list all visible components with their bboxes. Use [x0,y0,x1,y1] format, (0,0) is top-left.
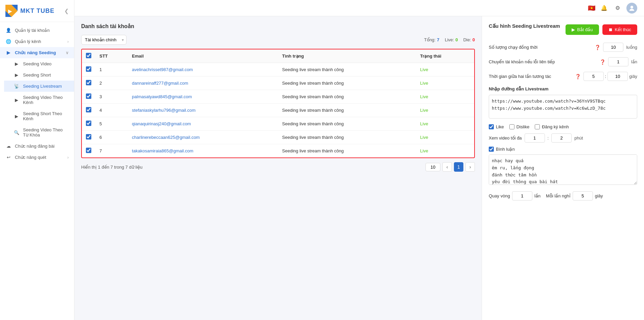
sidebar-sub-seeding: ▶ Seeding Video ▶ Seeding Short 📡 Seedin… [0,58,74,141]
sidebar-item-seeding-short[interactable]: ▶ Seeding Short [4,69,74,81]
xem-video-input2[interactable] [551,133,572,143]
table-row: 5 qianaquirinasj240@gmail.com Seeding li… [82,117,474,131]
chuyen-tai-khoan-input[interactable] [608,57,628,66]
row-checkbox[interactable] [86,80,91,85]
account-type-select[interactable]: Tài khoản chính Tài khoản phụ [81,35,127,45]
url-textarea[interactable]: https://www.youtube.com/watch?v=36YnV9ST… [489,95,637,119]
sidebar-item-quan-ly-kenh[interactable]: 🌐 Quản lý kênh › [0,36,74,47]
pagination-bar: Hiển thị 1 đến 7 trong 7 dữ liệu ‹ 1 › [81,158,475,172]
sidebar-item-seeding-video-theo-tu-khoa[interactable]: 🔍 Seeding Video Theo Từ Khóa [4,124,74,141]
comment-textarea[interactable]: nhạc hay quá êm ru, lắng đọng đánh thức … [489,154,637,185]
globe-icon: 🌐 [5,39,12,44]
sidebar-item-quan-ly-tai-khoan[interactable]: 👤 Quản lý tài khoản [0,25,74,36]
sidebar-item-chuc-nang-seeding[interactable]: ▶ Chức năng Seeding ∨ [0,47,74,58]
page-1-button[interactable]: 1 [454,162,463,172]
binh-luan-checkbox-item[interactable]: Bình luận [489,147,637,152]
cell-tinh-trang: Seeding live stream thành công [278,117,416,131]
stop-button[interactable]: ⏹ Kết thúc [602,24,637,35]
prev-page-button[interactable]: ‹ [442,162,452,172]
scan-icon: ↩ [5,155,12,160]
row-checkbox[interactable] [86,93,91,99]
play-icon: ▶ [5,50,12,55]
quay-vong-input[interactable] [512,191,532,200]
col-stt: STT [95,49,128,63]
row-checkbox[interactable] [86,148,91,153]
table-header-row: STT Email Tình trạng Trạng thái [82,49,474,63]
cell-stt: 4 [95,104,128,117]
sidebar-item-label: Seeding Video Theo Kênh [23,95,69,105]
channel-short-icon: ▶ [14,114,20,119]
quay-vong-label: Quay vòng [489,193,510,198]
sidebar-item-seeding-video[interactable]: ▶ Seeding Video [4,58,74,69]
sidebar-item-seeding-short-theo-kenh[interactable]: ▶ Seeding Short Theo Kênh [4,108,74,124]
sidebar-item-seeding-video-theo-kenh[interactable]: ▶ Seeding Video Theo Kênh [4,92,74,108]
thoi-gian-help-icon[interactable]: ❓ [575,74,581,79]
sidebar-logo: ▶ MKT TUBE ❮ [0,0,74,22]
dang-ky-kenh-checkbox-item[interactable]: Đăng ký kênh [535,124,569,129]
moi-lan-nghi-input[interactable] [573,191,593,200]
account-type-select-wrapper: Tài khoản chính Tài khoản phụ [81,35,127,45]
chuyen-tai-khoan-help-icon[interactable]: ❓ [600,59,605,65]
table-row: 4 stefaniaskylarhu796@gmail.com Seeding … [82,104,474,117]
account-table-container: STT Email Tình trạng Trạng thái 1 avelin… [81,49,475,158]
cell-trang-thai: Live [416,104,474,117]
action-buttons: ▶ Bắt đầu ⏹ Kết thúc [566,24,637,35]
sidebar-item-label: Seeding Livestream [23,84,62,89]
chevron-right-icon: › [67,155,69,160]
col-email: Email [128,49,278,63]
binh-luan-checkbox[interactable] [489,147,494,152]
gear-icon[interactable]: ⚙ [613,3,622,13]
page-info: Hiển thị 1 đến 7 trong 7 dữ liệu [81,165,142,170]
sidebar-item-seeding-livestream[interactable]: 📡 Seeding Livestream [4,81,74,92]
next-page-button[interactable]: › [465,162,475,172]
sidebar-item-chuc-nang-quet[interactable]: ↩ Chức năng quét › [0,152,74,163]
colon-separator: : [605,74,606,79]
cell-email: avelinachrisset987@gmail.com [128,63,278,77]
thoi-gian-input2[interactable] [607,72,628,81]
sidebar-collapse-button[interactable]: ❮ [64,8,69,14]
stop-icon: ⏹ [608,27,613,32]
so-luong-help-icon[interactable]: ❓ [595,45,600,50]
stat-live: Live: 0 [445,37,458,42]
dislike-checkbox-item[interactable]: Dislike [509,124,529,129]
start-button[interactable]: ▶ Bắt đầu [566,24,599,35]
table-row: 2 dannareinaff277@gmail.com Seeding live… [82,77,474,90]
logo-text: MKT TUBE [20,7,54,15]
xem-video-input1[interactable] [525,133,545,143]
user-icon: 👤 [5,28,12,33]
dang-ky-kenh-checkbox[interactable] [535,124,540,129]
cell-email: qianaquirinasj240@gmail.com [128,117,278,131]
so-luong-label: Số lượng chạy đồng thời [489,45,592,50]
dislike-checkbox[interactable] [509,124,514,129]
row-checkbox[interactable] [86,66,91,72]
binh-luan-row: Bình luận [489,147,637,152]
sidebar-item-chuc-nang-dang-bai[interactable]: ☁ Chức năng đăng bài [0,141,74,152]
die-label: Die: [463,37,471,42]
cell-tinh-trang: Seeding live stream thành công [278,144,416,158]
chuyen-tai-khoan-unit: lần [631,59,637,64]
row-checkbox[interactable] [86,121,91,126]
so-luong-input[interactable] [603,43,623,52]
flag-icon[interactable]: 🇻🇳 [588,4,595,12]
chuyen-tai-khoan-label: Chuyển tài khoản nếu lỗi liên tiếp [489,59,597,64]
sidebar-nav: 👤 Quản lý tài khoản 🌐 Quản lý kênh › ▶ C… [0,22,74,320]
sidebar-item-label: Seeding Short Theo Kênh [23,111,69,121]
sidebar-item-label: Chức năng đăng bài [15,144,54,149]
thoi-gian-inputs: : giây [583,72,637,81]
like-checkbox-item[interactable]: Like [489,124,504,129]
page-size-input[interactable] [426,163,440,171]
dang-ky-kenh-label: Đăng ký kênh [542,124,569,129]
tong-label: Tổng: [424,37,436,42]
avatar[interactable] [626,3,637,14]
select-all-checkbox[interactable] [86,53,91,58]
checkbox-row: Like Dislike Đăng ký kênh [489,124,637,129]
sidebar-item-label: Seeding Video [23,61,51,66]
row-checkbox[interactable] [86,107,91,112]
cell-email: palmasatyawd845@gmail.com [128,90,278,104]
chevron-down-icon: ∨ [66,50,69,55]
thoi-gian-input1[interactable] [583,72,604,81]
row-checkbox[interactable] [86,134,91,140]
bell-icon[interactable]: 🔔 [599,3,609,13]
xem-video-label: Xem video tối đa [489,135,522,141]
like-checkbox[interactable] [489,124,494,129]
